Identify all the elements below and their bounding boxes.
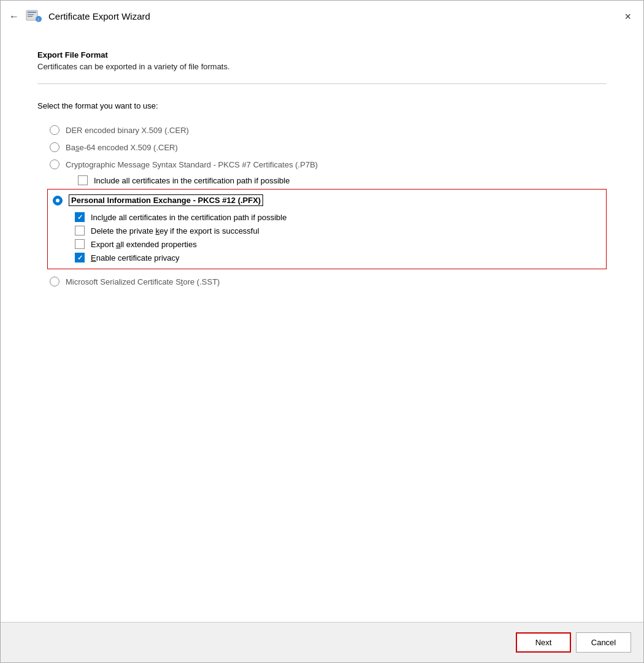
section-desc: Certificates can be exported in a variet… [37,62,607,71]
cancel-button[interactable]: Cancel [576,632,631,653]
checkbox-delete-key-input[interactable] [75,226,85,236]
select-label: Select the format you want to use: [37,101,607,110]
pfx-options: Include all certificates in the certific… [75,212,596,263]
content-area: Export File Format Certificates can be e… [1,32,643,622]
radio-sst-label: Microsoft Serialized Certificate Store (… [66,277,220,286]
radio-pfx-row[interactable]: Personal Information Exchange - PKCS #12… [53,194,596,206]
checkbox-pkcs7-include-label: Include all certificates in the certific… [94,176,289,185]
footer: Next Cancel [1,622,643,662]
checkbox-include-certs-input[interactable] [75,212,85,222]
next-button[interactable]: Next [516,632,571,653]
pfx-selected-box: Personal Information Exchange - PKCS #12… [47,189,607,269]
radio-der-label: DER encoded binary X.509 (.CER) [66,126,189,135]
title-bar-left: ← ↑ Certificate Export Wizard [9,7,150,26]
title-bar: ← ↑ Certificate Export Wizard × [1,1,643,32]
divider [37,83,607,84]
radio-base64[interactable]: Base-64 encoded X.509 (.CER) [50,139,607,156]
radio-base64-label: Base-64 encoded X.509 (.CER) [66,143,178,152]
svg-rect-1 [28,12,36,13]
radio-base64-input[interactable] [50,142,59,152]
dialog-title: Certificate Export Wizard [48,11,150,21]
checkbox-enable-privacy-input[interactable] [75,253,85,263]
radio-sst-input[interactable] [50,277,59,286]
checkbox-pkcs7-include-input[interactable] [78,175,88,185]
checkbox-include-certs[interactable]: Include all certificates in the certific… [75,212,596,222]
checkbox-export-extended[interactable]: Export all extended properties [75,239,596,249]
svg-rect-2 [28,14,34,15]
checkbox-delete-key-label: Delete the private key if the export is … [91,226,259,236]
checkbox-enable-privacy[interactable]: Enable certificate privacy [75,253,596,263]
checkbox-export-extended-input[interactable] [75,239,85,249]
radio-pfx-input[interactable] [53,196,63,205]
checkbox-enable-privacy-label: Enable certificate privacy [91,253,180,263]
radio-pfx-label: Personal Information Exchange - PKCS #12… [69,194,263,206]
radio-pkcs7-label: Cryptographic Message Syntax Standard - … [66,160,318,169]
checkbox-delete-key[interactable]: Delete the private key if the export is … [75,226,596,236]
close-button[interactable]: × [621,9,635,25]
radio-sst[interactable]: Microsoft Serialized Certificate Store (… [50,273,607,290]
back-button[interactable]: ← [9,11,19,22]
options-list: DER encoded binary X.509 (.CER) Base-64 … [50,121,607,290]
dialog: ← ↑ Certificate Export Wizard × Export F… [0,0,644,663]
svg-rect-3 [28,16,33,17]
radio-pkcs7[interactable]: Cryptographic Message Syntax Standard - … [50,156,607,173]
radio-der[interactable]: DER encoded binary X.509 (.CER) [50,121,607,139]
checkbox-pkcs7-include[interactable]: Include all certificates in the certific… [78,173,607,188]
checkbox-export-extended-label: Export all extended properties [91,240,197,249]
svg-text:↑: ↑ [37,17,40,23]
section-title: Export File Format [37,50,607,59]
section-header: Export File Format Certificates can be e… [37,50,607,71]
wizard-icon: ↑ [25,7,42,26]
radio-der-input[interactable] [50,125,59,135]
checkbox-include-certs-label: Include all certificates in the certific… [91,213,286,222]
radio-pkcs7-input[interactable] [50,159,59,169]
